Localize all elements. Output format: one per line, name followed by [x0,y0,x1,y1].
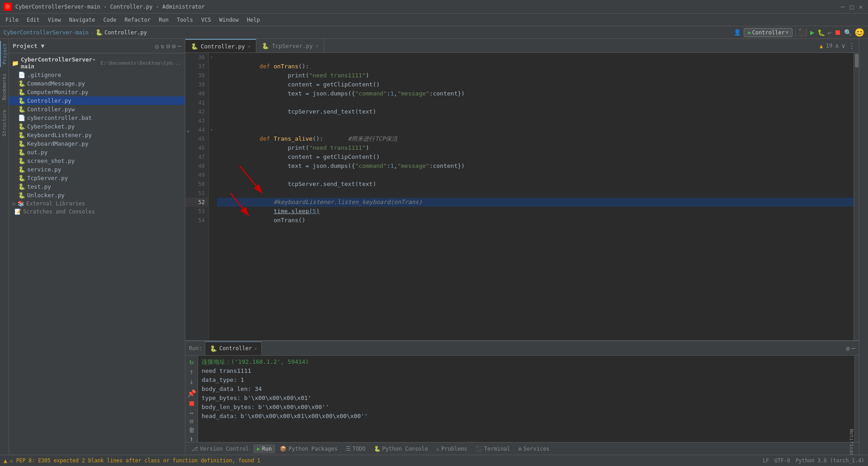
tree-scratches[interactable]: 📝 Scratches and Consoles [9,208,185,216]
file-computermonitor[interactable]: 🐍 ComputerMonitor.py [9,88,185,96]
line-nav-up[interactable]: ∧ [835,42,839,49]
tab-python-packages[interactable]: 📦 Python Packages [276,444,341,453]
scrollbar-thumb[interactable] [855,54,859,67]
tab-controller[interactable]: 🐍 Controller.py ✕ [185,39,256,52]
menu-run[interactable]: Run [155,16,172,24]
stop-run-icon[interactable]: ⏹ [834,28,841,37]
run-config-dropdown[interactable]: ▶ Controller ▼ [744,28,793,37]
file-out[interactable]: 🐍 out.py [9,148,185,157]
menu-view[interactable]: View [44,16,65,24]
tree-external-libs[interactable]: ▷ 📚 External Libraries [9,200,185,208]
code-lines[interactable]: def onTrans(): print("need trans1111") c… [214,53,854,340]
tab-bar: 🐍 Controller.py ✕ 🐍 TcpServer.py ✕ ▲ 19 … [185,39,859,53]
run-settings-icon[interactable]: ⚙ [846,345,849,352]
tab-more-icon[interactable]: ⋮ [848,42,855,50]
tab-problems[interactable]: ⚠ Problems [433,444,471,453]
tab-python-console[interactable]: 🐍 Python Console [370,444,432,453]
tree-root[interactable]: 📁 CyberControllerServer-main E:\Document… [9,55,185,71]
maximize-button[interactable]: □ [848,3,855,10]
window-title: CyberControllerServer-main - Controller.… [15,4,205,10]
tab-controller-close[interactable]: ✕ [248,43,251,49]
menu-navigate[interactable]: Navigate [66,16,99,24]
menu-code[interactable]: Code [100,16,120,24]
avatar-icon[interactable]: 👤 [734,29,741,36]
file-test[interactable]: 🐍 test.py [9,182,185,191]
debug-icon[interactable]: 🐛 [817,29,825,36]
stop-icon-2[interactable]: ⏹ [188,399,195,408]
clear-icon[interactable]: 🗑 [189,426,195,433]
minimize-button[interactable]: ─ [839,3,846,10]
file-tcpserver[interactable]: 🐍 TcpServer.py [9,174,185,182]
file-keyboardmanager[interactable]: 🐍 KeyboardManager.py [9,139,185,148]
file-tree: 📁 CyberControllerServer-main E:\Document… [9,53,185,455]
collapse-icon[interactable]: ⊟ [166,43,170,50]
expand-icon[interactable]: ⇅ [160,43,164,50]
wrap-icon[interactable]: ↔ [189,409,193,416]
status-encoding[interactable]: UTF-8 [774,457,790,464]
line-count-display: 19 [826,43,832,49]
editor-scrollbar[interactable] [854,53,859,340]
project-tab[interactable]: Project [0,41,9,67]
menu-refactor[interactable]: Refactor [121,16,154,24]
file-screenshot[interactable]: 🐍 screen_shot.py [9,157,185,165]
rerun-icon[interactable]: ↻ [189,357,194,366]
up-arrow-icon[interactable]: ⬆ [189,435,194,442]
scroll-down-icon[interactable]: ↓ [189,377,194,386]
line-num-43: 43 [185,116,208,125]
hide-icon[interactable]: ─ [178,43,181,50]
file-controller[interactable]: 🐍 Controller.py [9,96,185,105]
editor-container: 🐍 Controller.py ✕ 🐍 TcpServer.py ✕ ▲ 19 … [185,39,859,455]
settings-icon[interactable]: ⚙ [172,43,175,50]
breadcrumb-file[interactable]: Controller.py [104,29,147,36]
version-control-label: Version Control [200,446,249,452]
search-icon[interactable]: 🔍 [844,29,852,36]
scroll-up-icon[interactable]: ↑ [189,367,194,376]
pin-icon[interactable]: 📌 [187,389,196,398]
menu-tools[interactable]: Tools [173,16,197,24]
file-cybersocket[interactable]: 🐍 CyberSocket.py [9,122,185,131]
status-python-version[interactable]: Python 3.6 (torch_1.4) [796,457,864,464]
run-minimize-icon[interactable]: ─ [852,345,855,352]
tab-run[interactable]: ▶ Run [253,444,275,453]
menu-help[interactable]: Help [243,16,264,24]
tab-tcpserver[interactable]: 🐍 TcpServer.py ✕ [256,39,324,52]
file-cybercontroller-bat[interactable]: 📄 cybercontroller.bat [9,114,185,122]
tab-version-control[interactable]: ⎇ Version Control [188,444,252,453]
menu-file[interactable]: File [2,16,22,24]
tab-terminal[interactable]: ⬛ Terminal [472,444,514,453]
collapse-all-icon[interactable]: ⊟ [189,418,193,425]
back-icon[interactable]: ↩ [828,29,831,36]
file-service[interactable]: 🐍 service.py [9,165,185,174]
menu-window[interactable]: Window [216,16,242,24]
file-controller-pyw[interactable]: 🐍 Controller.pyw [9,105,185,114]
fold-indicators: ▾ ▾ [209,53,214,340]
breadcrumb-project[interactable]: CyberControllerServer-main [4,29,89,36]
fold-marker-44[interactable]: ▶ [187,127,190,136]
menu-vcs[interactable]: VCS [198,16,215,24]
run-side-toolbar: ↻ ↑ ↓ 📌 ⏹ ↔ ⊟ 🗑 ⬆ ⚙ [185,356,198,442]
tab-todo[interactable]: ☰ TODO [342,444,369,453]
stop-icon[interactable]: ⬛ [798,28,807,37]
status-line-ending[interactable]: LF [763,457,769,464]
bookmarks-tab[interactable]: Bookmarks [0,71,8,103]
line-nav-down[interactable]: ∨ [842,42,845,49]
tab-controller-label: Controller.py [201,43,245,50]
run-controller-tab[interactable]: 🐍 Controller ✕ [205,342,262,355]
structure-tab[interactable]: Structure [0,107,8,139]
run-tab-close[interactable]: ✕ [254,346,257,351]
file-commandmessage[interactable]: 🐍 CommandMessage.py [9,79,185,88]
fold-52 [209,198,214,207]
file-unlocker[interactable]: 🐍 Unlocker.py [9,191,185,200]
fold-36[interactable]: ▾ [209,53,214,62]
avatar-circle[interactable]: 😊 [854,28,864,37]
tab-services[interactable]: ⚙ Services [515,444,553,453]
close-button[interactable]: ✕ [857,3,864,10]
fold-44[interactable]: ▾ [209,125,214,134]
notifications-label[interactable]: Notifications [847,428,856,455]
run-icon[interactable]: ▶ [810,28,815,37]
file-gitignore[interactable]: 📄 .gitignore [9,71,185,79]
tab-tcpserver-close[interactable]: ✕ [316,43,319,49]
locate-icon[interactable]: ◎ [155,43,159,50]
file-keyboardlistener[interactable]: 🐍 KeyboardListener.py [9,131,185,139]
menu-edit[interactable]: Edit [23,16,43,24]
